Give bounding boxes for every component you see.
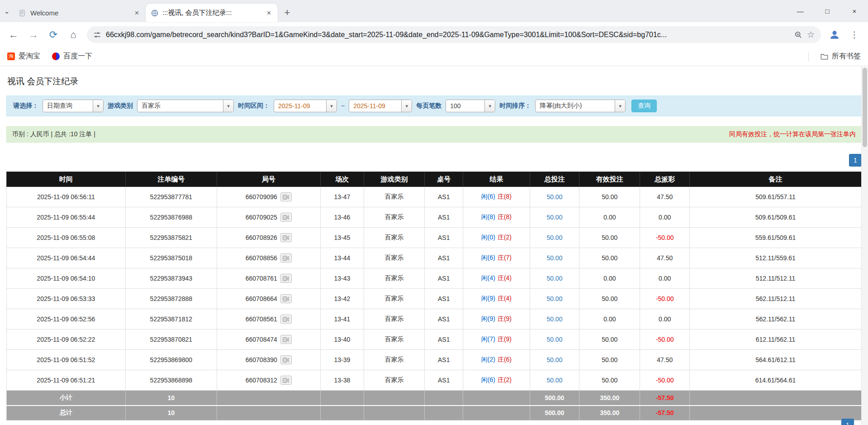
round-video-icon[interactable]: [280, 294, 292, 303]
time-sort-select[interactable]: 降幂(由大到小) ▾: [535, 100, 626, 112]
total-bet-link[interactable]: 50.00: [546, 356, 562, 363]
game-type-select[interactable]: 百家乐 ▾: [137, 100, 234, 112]
window-menu-chevron-icon[interactable]: ⌄: [0, 0, 14, 22]
total-bet-link[interactable]: 50.00: [546, 234, 562, 241]
tab-close-icon[interactable]: ×: [265, 9, 273, 17]
result-cell: 闲(7)庄(9): [463, 329, 530, 350]
total-bet-link[interactable]: 50.00: [546, 214, 562, 221]
bet-id-cell: 522953868898: [125, 370, 217, 391]
round-id: 660708312: [246, 377, 277, 384]
bet-id-cell: 522953876988: [125, 207, 217, 228]
payout-cell: -50.00: [640, 228, 690, 248]
session-cell: 13-42: [320, 289, 364, 309]
bookmark-baidu[interactable]: 百度一下: [52, 52, 92, 61]
url-text[interactable]: 66cxkj98.com/game/betrecord_search/kind3…: [106, 31, 790, 39]
round-id: 660708474: [246, 336, 277, 343]
bookmarks-bar: 淘 爱淘宝 百度一下 所有书签: [0, 47, 868, 66]
search-button[interactable]: 查询: [631, 100, 657, 112]
window-maximize-button[interactable]: □: [814, 0, 841, 22]
round-video-icon[interactable]: [280, 315, 292, 324]
time-sort-label: 时间排序：: [499, 102, 531, 110]
forward-icon[interactable]: →: [24, 26, 43, 44]
bookmark-taobao[interactable]: 淘 爱淘宝: [7, 52, 40, 61]
bookmark-label: 百度一下: [63, 52, 92, 61]
valid-bet-cell: 50.00: [579, 370, 640, 391]
session-cell: 13-47: [320, 187, 364, 207]
back-icon[interactable]: ←: [5, 26, 23, 44]
per-page-select[interactable]: 100 ▾: [446, 100, 495, 112]
window-close-button[interactable]: ×: [841, 0, 868, 22]
player-result: 闲(7): [481, 335, 495, 343]
tab-title: Welcome: [30, 9, 129, 17]
round-id: 660708390: [246, 356, 277, 363]
tab-close-icon[interactable]: ×: [133, 9, 141, 17]
total-bet-link[interactable]: 50.00: [546, 193, 562, 201]
total-bet-link[interactable]: 50.00: [546, 275, 562, 282]
bet-table-body: 2025-11-09 06:56:11522953877781660709096…: [7, 187, 862, 391]
tab-welcome[interactable]: Welcome ×: [14, 4, 146, 22]
result-cell: 闲(9)庄(4): [463, 289, 530, 309]
column-header: 注单编号: [125, 172, 217, 187]
home-icon[interactable]: ⌂: [64, 26, 82, 44]
round-video-icon[interactable]: [280, 335, 292, 344]
time-cell: 2025-11-09 06:53:33: [7, 289, 126, 309]
round-video-icon[interactable]: [280, 253, 292, 263]
table-row: 2025-11-09 06:55:44522953876988660709025…: [7, 207, 862, 228]
total-bet-cell: 50.00: [530, 207, 579, 228]
round-video-icon[interactable]: [280, 192, 292, 201]
table-row: 2025-11-09 06:54:44522953875018660708856…: [7, 248, 862, 268]
query-type-select[interactable]: 日期查询 ▾: [43, 100, 104, 112]
time-cell: 2025-11-09 06:52:22: [7, 329, 126, 350]
window-minimize-button[interactable]: —: [787, 0, 814, 22]
chevron-down-icon: ▾: [93, 100, 103, 112]
taobao-icon: 淘: [7, 53, 15, 60]
pagination: 1: [6, 154, 862, 167]
tab-bet-records[interactable]: :::视讯, 会员下注纪录::: ×: [146, 4, 278, 22]
total-bet-cell: 50.00: [530, 187, 579, 207]
new-tab-button[interactable]: +: [280, 6, 294, 19]
total-bet-link[interactable]: 50.00: [546, 254, 562, 262]
round-video-icon[interactable]: [280, 376, 292, 385]
round-video-icon[interactable]: [280, 233, 292, 242]
date-end-select[interactable]: 2025-11-09 ▾: [349, 100, 412, 112]
folder-icon: [821, 53, 828, 60]
zoom-icon[interactable]: [794, 31, 802, 39]
round-id: 660709025: [246, 214, 277, 221]
pagination-page-1-button[interactable]: 1: [849, 154, 862, 167]
game-type-cell: 百家乐: [364, 289, 424, 309]
reload-icon[interactable]: ⟳: [44, 26, 62, 44]
player-result: 闲(0): [481, 234, 495, 241]
chevron-down-icon: ▾: [326, 100, 337, 112]
address-bar[interactable]: 66cxkj98.com/game/betrecord_search/kind3…: [87, 26, 821, 43]
note-cell: 612.11/562.11: [690, 329, 862, 350]
total-count: 10: [125, 406, 217, 420]
scrollbar-thumb[interactable]: [863, 68, 867, 147]
all-bookmarks-label: 所有书签: [832, 52, 861, 61]
total-bet-link[interactable]: 50.00: [546, 377, 562, 384]
total-bet-link[interactable]: 50.00: [546, 295, 562, 302]
round-video-icon[interactable]: [280, 213, 292, 222]
round-video-icon[interactable]: [280, 274, 292, 283]
scrollbar[interactable]: [861, 67, 868, 425]
table-no-cell: AS1: [425, 370, 463, 391]
total-bet-cell: 50.00: [530, 370, 579, 391]
date-start-select[interactable]: 2025-11-09 ▾: [274, 100, 337, 112]
payout-cell: -50.00: [640, 289, 690, 309]
banker-result: 庄(4): [498, 295, 512, 302]
profile-avatar[interactable]: [825, 26, 844, 44]
bottom-pagination-button[interactable]: 1: [841, 419, 854, 425]
payout-cell: -50.00: [640, 329, 690, 350]
total-bet-link[interactable]: 50.00: [546, 336, 562, 343]
site-info-icon[interactable]: [93, 31, 101, 39]
browser-menu-icon[interactable]: ⋮: [845, 26, 863, 44]
total-bet-link[interactable]: 50.00: [546, 315, 562, 323]
round-id: 660708926: [246, 234, 277, 241]
per-page-label: 每页笔数: [416, 102, 441, 110]
all-bookmarks-button[interactable]: 所有书签: [821, 52, 861, 61]
round-video-icon[interactable]: [280, 355, 292, 364]
payout-cell: -50.00: [640, 370, 690, 391]
time-cell: 2025-11-09 06:51:21: [7, 370, 126, 391]
bookmark-star-icon[interactable]: ☆: [807, 29, 815, 40]
player-result: 闲(4): [481, 274, 495, 282]
column-header: 总投注: [530, 172, 579, 187]
